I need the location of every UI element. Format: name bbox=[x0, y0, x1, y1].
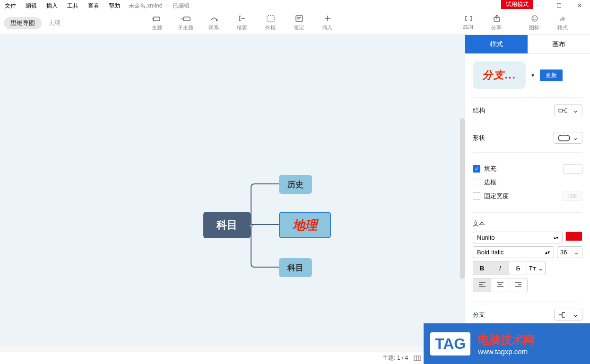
plus-icon bbox=[322, 15, 332, 23]
branch-line bbox=[251, 225, 279, 268]
chevron-down-icon: ⌄ bbox=[574, 249, 579, 256]
tool-subtopic[interactable]: 子主题 bbox=[171, 15, 200, 31]
updown-icon: ▴▾ bbox=[545, 250, 550, 255]
align-group bbox=[473, 278, 528, 292]
window-controls: ─ ☐ ✕ bbox=[528, 0, 590, 11]
watermark-url: www.tagxp.com bbox=[478, 347, 535, 355]
watermark: TAG 电脑技术网 www.tagxp.com bbox=[424, 323, 590, 364]
menu-insert[interactable]: 插入 bbox=[42, 2, 62, 10]
structure-select[interactable]: ⌄ bbox=[554, 104, 582, 116]
width-input[interactable] bbox=[562, 191, 582, 201]
chevron-down-icon: ⌄ bbox=[573, 311, 578, 318]
minimize-button[interactable]: ─ bbox=[528, 0, 548, 11]
tab-outline[interactable]: 大纲 bbox=[42, 17, 67, 29]
tab-canvas-settings[interactable]: 画布 bbox=[528, 35, 590, 54]
branch-icon bbox=[558, 312, 570, 318]
svg-rect-10 bbox=[414, 356, 421, 361]
format-icon bbox=[558, 15, 567, 23]
tool-emoji[interactable]: 图标 bbox=[520, 15, 548, 31]
shape-icon bbox=[558, 135, 570, 141]
shape-select[interactable]: ⌄ bbox=[554, 132, 582, 144]
tool-zen[interactable]: ZEN bbox=[454, 15, 482, 31]
menu-tools[interactable]: 工具 bbox=[62, 2, 83, 10]
tool-summary[interactable]: 概要 bbox=[228, 15, 256, 31]
svg-rect-8 bbox=[559, 109, 563, 112]
menu-help[interactable]: 帮助 bbox=[104, 2, 125, 10]
font-size-select[interactable]: 36⌄ bbox=[557, 246, 582, 258]
tab-style[interactable]: 样式 bbox=[465, 35, 528, 54]
svg-point-7 bbox=[536, 17, 537, 18]
svg-rect-9 bbox=[558, 135, 570, 141]
chevron-down-icon: ⌄ bbox=[573, 134, 578, 141]
update-button[interactable]: 更新 bbox=[540, 69, 563, 81]
document-title: 未命名.xmind — 已编辑 bbox=[129, 2, 190, 10]
font-weight-select[interactable]: Bold Italic▴▾ bbox=[473, 246, 554, 258]
svg-rect-0 bbox=[153, 17, 160, 21]
tool-format[interactable]: 格式 bbox=[548, 15, 577, 31]
fill-color-swatch[interactable] bbox=[564, 164, 582, 173]
svg-rect-2 bbox=[267, 16, 275, 21]
align-center-button[interactable] bbox=[491, 278, 509, 292]
svg-point-6 bbox=[533, 17, 534, 18]
boundary-icon bbox=[266, 15, 275, 23]
bold-button[interactable]: B bbox=[473, 261, 491, 275]
tool-boundary[interactable]: 外框 bbox=[256, 15, 285, 31]
fixed-width-label: 固定宽度 bbox=[484, 192, 509, 200]
fill-checkbox[interactable]: ✓ bbox=[473, 165, 480, 173]
tool-relation[interactable]: 联系 bbox=[200, 15, 228, 31]
branch-label: 分支 bbox=[473, 311, 485, 319]
format-panel: 样式 画布 分支... ▼ 更新 结构 ⌄ 形状 bbox=[465, 35, 590, 352]
fixed-width-checkbox[interactable] bbox=[473, 192, 480, 200]
chevron-down-icon[interactable]: ▼ bbox=[530, 73, 535, 78]
svg-point-5 bbox=[532, 16, 538, 21]
node-history[interactable]: 历史 bbox=[279, 175, 312, 194]
structure-icon bbox=[558, 107, 570, 114]
menu-file[interactable]: 文件 bbox=[0, 2, 21, 10]
node-geography-selected[interactable]: 地理 bbox=[279, 212, 331, 238]
tab-mindmap[interactable]: 思维导图 bbox=[4, 17, 42, 29]
italic-button[interactable]: I bbox=[491, 261, 509, 275]
menu-edit[interactable]: 编辑 bbox=[21, 2, 42, 10]
shape-label: 形状 bbox=[473, 134, 485, 142]
note-icon bbox=[294, 15, 304, 23]
tool-share[interactable]: 分享 bbox=[482, 15, 511, 31]
font-family-select[interactable]: Nunito▴▾ bbox=[473, 232, 563, 243]
node-root[interactable]: 科目 bbox=[203, 212, 251, 238]
border-label: 边框 bbox=[484, 178, 496, 187]
fill-label: 填充 bbox=[484, 165, 496, 173]
tool-note[interactable]: 笔记 bbox=[285, 15, 313, 31]
updown-icon: ▴▾ bbox=[554, 235, 558, 240]
close-button[interactable]: ✕ bbox=[569, 0, 590, 11]
align-left-button[interactable] bbox=[473, 278, 491, 292]
status-bar: 主题: 1 / 4 − + 100% bbox=[0, 352, 465, 364]
map-icon[interactable] bbox=[414, 355, 421, 362]
style-preview[interactable]: 分支... bbox=[473, 61, 526, 89]
maximize-button[interactable]: ☐ bbox=[548, 0, 569, 11]
text-color-swatch[interactable] bbox=[565, 232, 582, 241]
tool-insert[interactable]: 插入 bbox=[313, 15, 341, 31]
zen-icon bbox=[463, 15, 473, 23]
strikethrough-button[interactable]: S bbox=[509, 261, 527, 275]
structure-label: 结构 bbox=[473, 106, 485, 115]
branch-style-select[interactable]: ⌄ bbox=[554, 309, 582, 321]
svg-rect-1 bbox=[183, 17, 190, 21]
canvas[interactable]: 科目 历史 地理 科目 bbox=[0, 35, 465, 352]
node-subject[interactable]: 科目 bbox=[279, 258, 312, 277]
text-style-group: B I S Tᴛ ⌄ bbox=[473, 261, 546, 275]
branch-line bbox=[251, 183, 279, 226]
watermark-tag: TAG bbox=[430, 332, 470, 355]
align-right-button[interactable] bbox=[509, 278, 527, 292]
text-label: 文本 bbox=[473, 219, 485, 228]
topic-icon bbox=[152, 15, 162, 23]
toolbar: 思维导图 大纲 主题 子主题 联系 概要 外框 笔记 插入 ZEN 分享 图标 … bbox=[0, 11, 590, 35]
text-case-button[interactable]: Tᴛ ⌄ bbox=[527, 261, 545, 275]
chevron-down-icon: ⌄ bbox=[573, 107, 578, 114]
summary-icon bbox=[237, 15, 247, 23]
border-checkbox[interactable] bbox=[473, 179, 480, 186]
watermark-title: 电脑技术网 bbox=[478, 332, 535, 347]
menu-view[interactable]: 查看 bbox=[83, 2, 104, 10]
vertical-scrollbar[interactable] bbox=[460, 118, 465, 279]
emoji-icon bbox=[529, 15, 539, 23]
tool-topic[interactable]: 主题 bbox=[143, 15, 171, 31]
topic-counter: 主题: 1 / 4 bbox=[382, 354, 408, 362]
